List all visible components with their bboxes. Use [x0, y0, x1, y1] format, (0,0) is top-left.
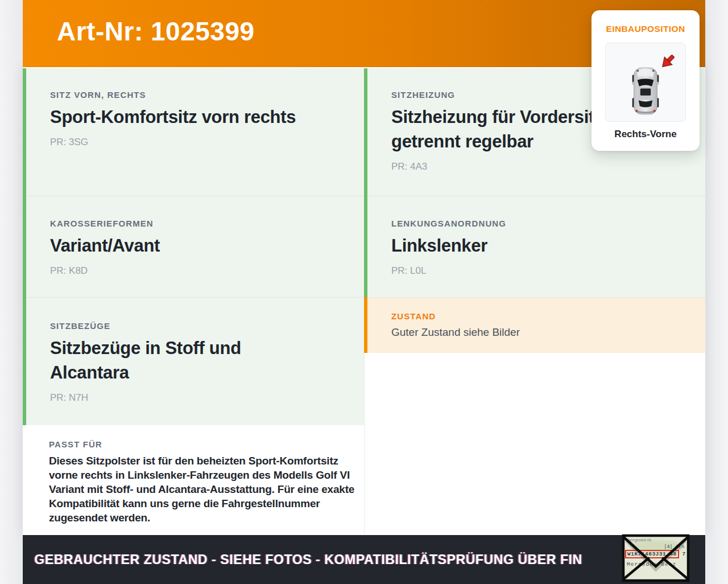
spec-label: SITZ VORN, RECHTS	[50, 90, 349, 100]
spec-title: Variant/Avant	[50, 233, 323, 258]
article-number-title: Art-Nr: 1025399	[57, 16, 255, 47]
fits-card: PASST FÜR Dieses Sitzpolster ist für den…	[23, 428, 364, 534]
spec-title: Linkslenker	[391, 233, 664, 258]
fin-document-badge: Fahrgestell-Nr. |4| A|A W1K71463J31 48 7…	[622, 534, 690, 582]
spec-card-sitz-vorn-rechts: SITZ VORN, RECHTS Sport-Komfortsitz vorn…	[23, 68, 364, 196]
fits-label: PASST FÜR	[49, 439, 355, 449]
footer-notice: GEBRAUCHTER ZUSTAND - SIEHE FOTOS - KOMP…	[34, 552, 582, 567]
spec-title: Sitzbezüge in Stoff und Alcantara	[50, 336, 323, 385]
spec-card-sitzbezuege: SITZBEZÜGE Sitzbezüge in Stoff und Alcan…	[23, 297, 364, 425]
condition-card: ZUSTAND Guter Zustand siehe Bilder	[364, 297, 705, 353]
einbauposition-label: EINBAUPOSITION	[592, 24, 700, 34]
condition-label: ZUSTAND	[391, 311, 690, 321]
spec-title: Sport-Komfortsitz vorn rechts	[50, 105, 323, 129]
car-top-view-icon	[632, 67, 659, 115]
car-position-image: · · ·	[605, 43, 686, 122]
spec-card-lenkungsanordnung: LENKUNGSANORDNUNG Linkslenker PR: L0L	[364, 196, 705, 297]
footer-banner: GEBRAUCHTER ZUSTAND - SIEHE FOTOS - KOMP…	[23, 535, 705, 584]
spec-pr-code: PR: K8D	[50, 265, 349, 277]
spec-pr-code: PR: 4A3	[391, 161, 690, 172]
red-arrow-front-right-icon	[658, 52, 677, 71]
einbauposition-card: EINBAUPOSITION · · ·	[592, 10, 700, 151]
fits-description: Dieses Sitzpolster ist für den beheizten…	[49, 454, 355, 525]
spec-pr-code: PR: L0L	[391, 265, 690, 277]
spec-label: LENKUNGSANORDNUNG	[391, 219, 690, 228]
spec-pr-code: PR: 3SG	[50, 137, 349, 148]
einbauposition-caption: Rechts-Vorne	[592, 129, 700, 140]
spec-card-karosserieformen: KAROSSERIEFORMEN Variant/Avant PR: K8D	[23, 196, 364, 297]
column-divider	[364, 353, 365, 534]
spec-label: SITZBEZÜGE	[50, 321, 349, 331]
condition-text: Guter Zustand siehe Bilder	[391, 326, 690, 339]
spec-label: KAROSSERIEFORMEN	[50, 219, 349, 228]
envelope-icon	[622, 534, 690, 582]
spec-pr-code: PR: N7H	[50, 392, 349, 404]
